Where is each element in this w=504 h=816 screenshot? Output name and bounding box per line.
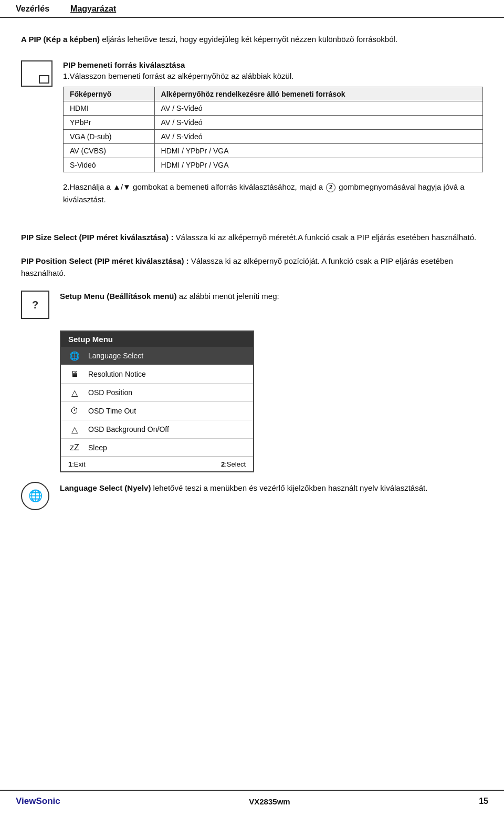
setup-question-icon: ? (21, 291, 49, 319)
menu-item-label: Language Select (88, 352, 143, 360)
setup-menu-header: Setup Menu (61, 332, 253, 347)
table-header-col1: Főképernyő (64, 87, 155, 101)
pip-position-paragraph: PIP Position Select (PIP méret kiválaszt… (21, 255, 483, 280)
menu-item-icon: 🖥 (67, 368, 82, 380)
setup-menu-section: ? Setup Menu (Beállítások menü) az alább… (21, 291, 483, 319)
menu-item-icon: zZ (67, 441, 82, 454)
language-description: Language Select (Nyelv) lehetővé teszi a… (60, 482, 483, 494)
table-row: S-VideóHDMI / YPbPr / VGA (64, 158, 483, 172)
table-cell-main: VGA (D-sub) (64, 129, 155, 143)
model-number: VX2835wm (249, 797, 290, 806)
setup-desc-bold: Setup Menu (Beállítások menü) (60, 292, 177, 301)
brand-name: ViewSonic (16, 796, 60, 806)
language-title: Language Select (Nyelv) (60, 483, 151, 492)
setup-desc-rest: az alábbi menüt jeleníti meg: (177, 292, 279, 301)
intro-rest: eljárás lehetõve teszi, hogy egyidejûleg… (100, 35, 397, 44)
table-row: HDMIAV / S-Videó (64, 101, 483, 115)
menu-item-label: Resolution Notice (88, 370, 146, 378)
language-select-section: 🌐 Language Select (Nyelv) lehetővé teszi… (21, 482, 483, 510)
table-cell-sub: AV / S-Videó (154, 101, 482, 115)
step2-text: 2.Használja a ▲/▼ gombokat a bemeneti al… (63, 181, 483, 206)
menu-item-label: OSD Background On/Off (88, 425, 169, 433)
setup-menu-box: Setup Menu 🌐Language Select🖥Resolution N… (60, 330, 254, 472)
menu-item-label: OSD Time Out (88, 407, 136, 415)
globe-char: 🌐 (28, 489, 43, 503)
button-2-icon: 2 (326, 183, 335, 192)
setup-description: Setup Menu (Beállítások menü) az alábbi … (60, 291, 483, 303)
setup-menu-item[interactable]: zZSleep (61, 439, 253, 457)
brand-logo: ViewSonic (16, 796, 60, 807)
setup-menu-item[interactable]: 🖥Resolution Notice (61, 365, 253, 384)
language-text: lehetővé teszi a menükben és vezérlő kij… (151, 483, 427, 492)
footer-exit-label: :Exit (72, 460, 85, 468)
setup-menu-footer: 1:Exit 2:Select (61, 457, 253, 471)
table-cell-sub: AV / S-Videó (154, 129, 482, 143)
setup-menu-item[interactable]: △OSD Background On/Off (61, 420, 253, 439)
pip-position-title: PIP Position Select (PIP méret kiválaszt… (21, 256, 189, 265)
setup-menu-item[interactable]: 🌐Language Select (61, 347, 253, 365)
triangle-down-icon: ▼ (123, 182, 131, 191)
footer-select-label: :Select (225, 460, 246, 468)
table-cell-main: HDMI (64, 101, 155, 115)
intro-paragraph: A PIP (Kép a képben) eljárás lehetõve te… (21, 34, 483, 46)
menu-item-icon: 🌐 (67, 349, 82, 362)
pip-table: Főképernyő Alképernyőhöz rendelkezésre á… (63, 87, 483, 172)
table-cell-sub: HDMI / YPbPr / VGA (154, 158, 482, 172)
pip-source-subtitle: 1.Válasszon bemeneti forrást az alképern… (63, 71, 483, 80)
table-header-col2: Alképernyőhöz rendelkezésre álló bemenet… (154, 87, 482, 101)
menu-item-label: OSD Position (88, 388, 132, 397)
menu-item-icon: △ (67, 386, 82, 399)
question-mark: ? (32, 299, 38, 311)
setup-menu-item[interactable]: ⏱OSD Time Out (61, 402, 253, 420)
table-cell-main: S-Videó (64, 158, 155, 172)
main-content: A PIP (Kép a képben) eljárás lehetõve te… (0, 18, 504, 539)
globe-icon: 🌐 (21, 482, 49, 510)
table-row: VGA (D-sub)AV / S-Videó (64, 129, 483, 143)
pip-size-title: PIP Size Select (PIP méret kiválasztása)… (21, 233, 173, 242)
table-row: AV (CVBS)HDMI / YPbPr / VGA (64, 143, 483, 158)
setup-menu-item[interactable]: △OSD Position (61, 384, 253, 402)
intro-bold: A PIP (Kép a képben) (21, 35, 100, 44)
pip-icon (21, 60, 52, 87)
menu-item-label: Sleep (88, 443, 107, 452)
top-navigation: Vezérlés Magyarázat (0, 0, 504, 18)
pip-size-text: Válassza ki az alképernyõ méretét.A funk… (173, 233, 476, 242)
table-cell-sub: AV / S-Videó (154, 115, 482, 129)
table-row: YPbPrAV / S-Videó (64, 115, 483, 129)
pip-source-section: PIP bemeneti forrás kiválasztása 1.Válas… (21, 60, 483, 219)
nav-item-explanation[interactable]: Magyarázat (70, 4, 116, 14)
triangle-up-icon: ▲ (113, 182, 121, 191)
table-cell-main: AV (CVBS) (64, 143, 155, 158)
menu-item-icon: ⏱ (67, 405, 82, 417)
table-cell-main: YPbPr (64, 115, 155, 129)
menu-item-icon: △ (67, 423, 82, 436)
footer-exit: 1:Exit (68, 460, 86, 468)
pip-size-paragraph: PIP Size Select (PIP méret kiválasztása)… (21, 231, 483, 243)
step2-main: 2.Használja a ▲/▼ gombokat a bemeneti al… (63, 182, 465, 204)
pip-source-content: PIP bemeneti forrás kiválasztása 1.Válas… (63, 60, 483, 219)
pip-inner-box (39, 75, 49, 84)
page-footer: ViewSonic VX2835wm 15 (0, 790, 504, 807)
setup-menu-items: 🌐Language Select🖥Resolution Notice△OSD P… (61, 347, 253, 457)
page-number: 15 (479, 797, 488, 806)
nav-item-controls[interactable]: Vezérlés (16, 4, 49, 14)
table-cell-sub: HDMI / YPbPr / VGA (154, 143, 482, 158)
pip-source-title: PIP bemeneti forrás kiválasztása (63, 60, 483, 69)
footer-select: 2:Select (221, 460, 246, 468)
